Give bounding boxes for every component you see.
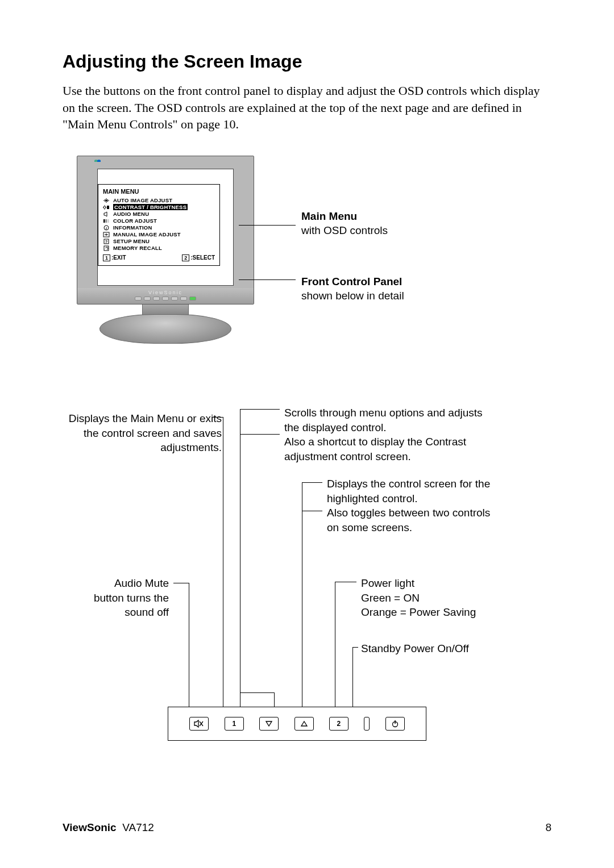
button-1[interactable]: 1	[225, 717, 244, 731]
svg-rect-4	[107, 219, 109, 223]
osd-item: COLOR ADJUST	[113, 218, 157, 224]
osd-title: MAIN MENU	[103, 188, 215, 195]
front-panel-diagram: 1 2	[168, 707, 426, 741]
power-led	[364, 717, 370, 731]
leader-line	[335, 582, 356, 582]
callout-mute: Audio Mute button turns the sound off	[86, 576, 169, 620]
svg-text:?: ?	[105, 240, 107, 244]
callout-button-2: Displays the control screen for the high…	[327, 477, 492, 535]
leader-line	[240, 409, 280, 410]
manual-adjust-icon	[103, 232, 110, 237]
auto-adjust-icon	[103, 198, 110, 203]
button-2[interactable]: 2	[329, 717, 349, 731]
leader-line	[302, 511, 322, 511]
power-button[interactable]	[385, 717, 405, 731]
leader-line	[302, 482, 302, 707]
osd-item: MEMORY RECALL	[113, 245, 162, 251]
leader-line	[335, 582, 335, 707]
leader-line	[274, 692, 275, 707]
audio-icon	[103, 211, 110, 217]
page-footer: ViewSonic VA712 8	[63, 821, 551, 834]
callout-button-1: Displays the Main Menu or exits the cont…	[63, 411, 222, 455]
mute-button[interactable]	[189, 717, 209, 731]
monitor-brand-text: ViewSonic	[77, 288, 254, 295]
power-icon	[391, 720, 399, 728]
brightness-icon	[103, 205, 110, 210]
osd-item: AUTO IMAGE ADJUST	[113, 197, 172, 203]
callout-front-panel: Front Control Panel shown below in detai…	[301, 275, 404, 303]
up-button[interactable]	[294, 717, 314, 731]
leader-line	[239, 225, 296, 226]
viewsonic-logo-icon	[94, 160, 102, 166]
osd-main-menu: MAIN MENU AUTO IMAGE ADJUST CONTRAST / B…	[98, 184, 220, 266]
callout-standby: Standby Power On/Off	[361, 641, 475, 656]
color-icon	[103, 218, 110, 224]
setup-icon: ?	[103, 239, 110, 244]
osd-item: INFORMATION	[113, 224, 152, 231]
osd-item-selected: CONTRAST / BRIGHTNESS	[113, 204, 188, 210]
leader-line	[240, 434, 280, 435]
leader-line	[239, 279, 296, 280]
svg-rect-1	[107, 206, 109, 209]
bezel-buttons	[77, 297, 254, 301]
leader-line	[302, 482, 322, 483]
callout-main-menu: Main Menu with OSD controls	[301, 210, 388, 237]
page-heading: Adjusting the Screen Image	[63, 51, 551, 72]
osd-item: MANUAL IMAGE ADJUST	[113, 231, 181, 237]
recall-icon	[103, 245, 110, 251]
leader-line	[223, 417, 223, 707]
figure-front-panel: Displays the Main Menu or exits the cont…	[63, 406, 551, 741]
leader-line	[213, 417, 223, 418]
monitor-bezel: ViewSonic	[77, 288, 254, 304]
svg-text:i: i	[106, 226, 107, 231]
osd-select-hint: 2:SELECT	[182, 254, 215, 261]
leader-line	[189, 583, 189, 707]
mute-icon	[194, 720, 204, 728]
svg-rect-2	[103, 219, 105, 223]
leader-line	[173, 583, 189, 583]
callout-power-light: Power light Green = ON Orange = Power Sa…	[361, 576, 503, 620]
svg-point-0	[103, 206, 106, 208]
leader-line	[240, 692, 274, 693]
leader-line	[352, 647, 353, 707]
intro-paragraph: Use the buttons on the front control pan…	[63, 82, 551, 133]
leader-line	[240, 409, 240, 707]
osd-item: AUDIO MENU	[113, 211, 149, 217]
leader-line	[352, 647, 358, 648]
osd-item: SETUP MENU	[113, 238, 150, 244]
callout-arrows: Scrolls through menu options and adjusts…	[284, 406, 495, 464]
triangle-down-icon	[265, 720, 273, 727]
triangle-up-icon	[300, 720, 308, 727]
info-icon: i	[103, 225, 110, 231]
down-button[interactable]	[259, 717, 279, 731]
svg-rect-3	[106, 219, 107, 223]
figure-monitor: ViewSonic MAIN MENU AUTO IMAGE ADJUST CO…	[63, 156, 551, 383]
monitor-base	[99, 314, 231, 344]
osd-exit-hint: 1:EXIT	[103, 254, 126, 261]
page-number: 8	[545, 821, 551, 834]
